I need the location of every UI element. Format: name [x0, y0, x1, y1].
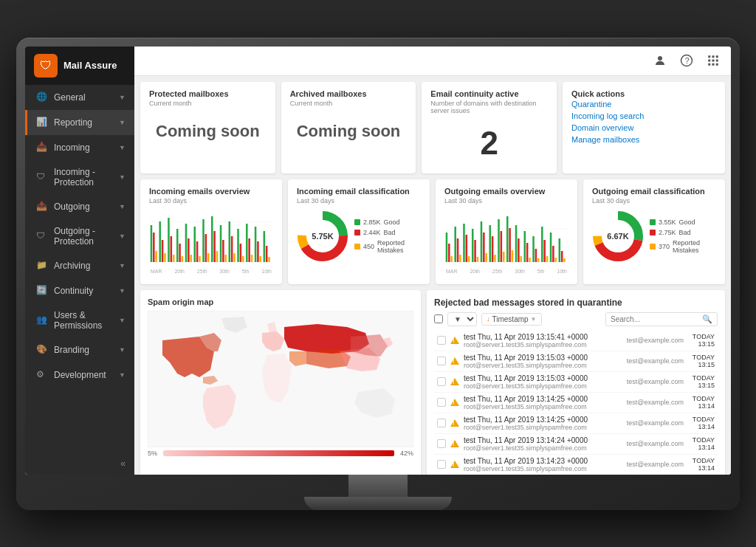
row-checkbox[interactable] [437, 357, 446, 365]
svg-rect-24 [176, 229, 179, 262]
search-input[interactable] [611, 315, 699, 323]
donut-good: 2.85K Good [354, 219, 421, 226]
sort-timestamp-button[interactable]: ↓ Timestamp ▼ [481, 313, 542, 326]
svg-rect-22 [171, 236, 173, 262]
domain-overview-link[interactable]: Domain overview [571, 123, 716, 132]
row-content: test Thu, 11 Apr 2019 13:14:25 +0000 roo… [464, 395, 622, 410]
quarantine-link[interactable]: Quarantine [571, 100, 716, 109]
row-from: root@server1.test35.simplyspamfree.com [464, 341, 622, 348]
spam-map-visual [148, 311, 413, 444]
warning-icon [450, 440, 459, 447]
row-checkbox[interactable] [437, 336, 446, 345]
row-subject: test Thu, 11 Apr 2019 13:14:24 +0000 [464, 436, 622, 444]
outgoing-classification-card: Outgoing email classification Last 30 da… [583, 179, 725, 284]
svg-rect-46 [240, 244, 242, 262]
svg-rect-74 [481, 221, 483, 262]
sidebar-item-branding[interactable]: 🎨 Branding ▼ [25, 337, 134, 362]
row-content: test Thu, 11 Apr 2019 13:14:24 +0000 roo… [464, 436, 622, 452]
incoming-classification-subtitle: Last 30 days [297, 197, 421, 204]
top-row-cards: Protected mailboxes Current month Coming… [140, 82, 725, 173]
email-continuity-value: 2 [430, 120, 548, 166]
svg-rect-33 [202, 219, 205, 262]
svg-rect-34 [205, 234, 207, 262]
sidebar-item-incoming-protection[interactable]: 🛡 Incoming - Protection ▼ [25, 160, 134, 194]
row-checkbox[interactable] [437, 419, 446, 427]
outgoing-overview-subtitle: Last 30 days [444, 197, 568, 204]
map-legend-max: 42% [400, 450, 413, 457]
apps-grid-icon[interactable] [704, 52, 722, 69]
logo-icon: 🛡 [34, 54, 58, 78]
table-row[interactable]: test Thu, 11 Apr 2019 13:15:41 +0000 roo… [434, 331, 718, 351]
incoming-log-link[interactable]: Incoming log search [571, 111, 716, 120]
donut-bad-box [354, 230, 360, 235]
svg-rect-77 [489, 225, 491, 262]
sidebar-item-users[interactable]: 👥 Users & Permissions ▼ [25, 303, 134, 337]
table-row[interactable]: test Thu, 11 Apr 2019 13:15:03 +0000 roo… [434, 351, 718, 372]
manage-mailboxes-link[interactable]: Manage mailboxes [571, 135, 716, 144]
row-to: test@example.com [627, 440, 684, 447]
sidebar-label-reporting: Reporting [54, 117, 119, 128]
outgoing-classification-subtitle: Last 30 days [592, 197, 716, 204]
svg-rect-103 [563, 258, 566, 262]
svg-rect-102 [561, 251, 563, 262]
svg-rect-72 [474, 240, 476, 262]
row-content: test Thu, 11 Apr 2019 13:15:03 +0000 roo… [464, 374, 622, 390]
quarantine-title: Rejected bad messages stored in quaranti… [434, 297, 718, 308]
outgoing-donut-legend: 3.55K Good 2.75K Bad [650, 219, 716, 254]
search-box: 🔍 [605, 312, 718, 326]
table-row[interactable]: test Thu, 11 Apr 2019 13:14:25 +0000 roo… [434, 393, 718, 413]
sidebar-item-development[interactable]: ⚙ Development ▼ [25, 362, 134, 388]
table-row[interactable]: test Thu, 11 Apr 2019 13:14:23 +0000 roo… [434, 455, 718, 475]
svg-rect-16 [153, 233, 155, 262]
row-checkbox[interactable] [437, 439, 446, 448]
row-to: test@example.com [627, 399, 684, 406]
out-donut-good-box [650, 219, 656, 225]
warning-icon [450, 399, 459, 406]
svg-rect-91 [529, 258, 531, 262]
sidebar-item-archiving[interactable]: 📁 Archiving ▼ [25, 253, 134, 278]
donut-bad-value: 2.44K [363, 229, 381, 236]
svg-rect-81 [501, 231, 503, 262]
row-checkbox[interactable] [437, 398, 446, 407]
help-icon[interactable]: ? [678, 52, 695, 69]
chevron-icon: ▼ [119, 119, 126, 126]
monitor-neck [348, 475, 408, 497]
user-icon[interactable] [651, 52, 669, 69]
svg-rect-37 [213, 231, 216, 262]
sidebar-item-continuity[interactable]: 🔄 Continuity ▼ [25, 278, 134, 303]
sidebar-item-incoming[interactable]: 📥 Incoming ▼ [25, 135, 134, 160]
sidebar-item-outgoing-protection[interactable]: 🛡 Outgoing - Protection ▼ [25, 219, 134, 253]
protected-mailboxes-title: Protected mailboxes [149, 89, 267, 98]
map-gradient [163, 450, 394, 456]
sidebar-item-outgoing[interactable]: 📤 Outgoing ▼ [25, 194, 134, 219]
sort-label: Timestamp [492, 315, 529, 323]
email-continuity-subtitle: Number of domains with destination serve… [430, 100, 548, 114]
svg-rect-87 [518, 238, 520, 262]
outgoing-classification-title: Outgoing email classification [592, 187, 716, 196]
monitor-outer: 🛡 Mail Assure 🌐 General ▼ 📊 Reporting ▼ [16, 38, 740, 510]
sidebar-item-general[interactable]: 🌐 General ▼ [25, 85, 134, 110]
table-row[interactable]: test Thu, 11 Apr 2019 13:14:25 +0000 roo… [434, 413, 718, 434]
row-checkbox[interactable] [437, 460, 446, 469]
select-all-checkbox[interactable] [434, 314, 443, 323]
svg-rect-83 [506, 216, 509, 262]
x-label-10: 10th [261, 269, 272, 274]
sidebar-item-reporting[interactable]: 📊 Reporting ▼ [25, 110, 134, 135]
bulk-action-select[interactable]: ▼ [447, 312, 477, 326]
svg-rect-48 [246, 224, 248, 262]
table-row[interactable]: test Thu, 11 Apr 2019 13:14:24 +0000 roo… [434, 434, 718, 455]
x-label-20: 20th [174, 269, 185, 274]
warning-icon [450, 357, 459, 365]
row-checkbox[interactable] [437, 377, 446, 386]
svg-rect-63 [448, 244, 450, 262]
out-x-30: 30th [515, 269, 525, 274]
svg-rect-69 [466, 235, 468, 262]
svg-rect-70 [468, 256, 470, 262]
x-label-30: 30th [219, 269, 230, 274]
shield-icon: 🛡 [36, 171, 48, 183]
table-row[interactable]: test Thu, 11 Apr 2019 13:15:03 +0000 roo… [434, 372, 718, 393]
map-legend-min: 5% [148, 450, 157, 457]
sidebar-collapse-button[interactable]: « [25, 453, 134, 475]
incoming-icon: 📥 [36, 142, 48, 154]
svg-rect-88 [520, 256, 522, 262]
